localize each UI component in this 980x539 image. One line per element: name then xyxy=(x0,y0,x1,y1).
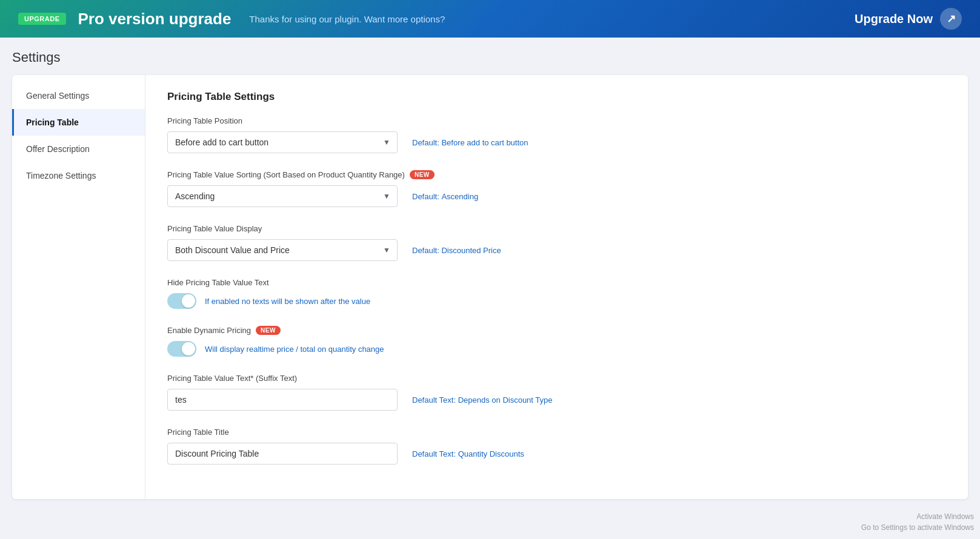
sidebar-label-pricing-table: Pricing Table xyxy=(26,117,79,127)
toggle-description-dynamic: Will display realtime price / total on q… xyxy=(205,345,384,354)
default-text-value-text: Default Text: Depends on Discount Type xyxy=(412,395,553,405)
upgrade-banner: UPGRADE Pro version upgrade Thanks for u… xyxy=(0,0,980,38)
setting-pricing-table-sorting: Pricing Table Value Sorting (Sort Based … xyxy=(167,170,946,207)
label-pricing-table-title: Pricing Table Title xyxy=(167,428,946,437)
toggle-dynamic-pricing[interactable] xyxy=(167,341,196,357)
sidebar-item-general-settings[interactable]: General Settings xyxy=(12,82,145,109)
default-text-position: Default: Before add to cart button xyxy=(412,138,528,147)
sidebar-item-pricing-table[interactable]: Pricing Table xyxy=(12,109,145,136)
label-pricing-table-display: Pricing Table Value Display xyxy=(167,224,946,233)
select-wrapper-position: Before add to cart button After add to c… xyxy=(167,131,398,153)
input-pricing-table-title[interactable] xyxy=(167,443,398,465)
page-container: Settings General Settings Pricing Table … xyxy=(0,38,980,511)
upgrade-arrow-icon: ↗ xyxy=(940,8,962,30)
windows-activation-notice: Activate Windows Go to Settings to activ… xyxy=(861,511,974,533)
setting-enable-dynamic-pricing: Enable Dynamic Pricing NEW Will display … xyxy=(167,326,946,357)
label-hide-pricing-text: Hide Pricing Table Value Text xyxy=(167,278,946,287)
select-pricing-table-position[interactable]: Before add to cart button After add to c… xyxy=(167,131,398,153)
sidebar-label-general-settings: General Settings xyxy=(26,91,89,101)
label-pricing-table-value-text: Pricing Table Value Text* (Suffix Text) xyxy=(167,374,946,383)
page-title: Settings xyxy=(12,50,968,65)
setting-hide-pricing-text: Hide Pricing Table Value Text If enabled… xyxy=(167,278,946,309)
default-text-title: Default Text: Quantity Discounts xyxy=(412,449,524,458)
default-text-display: Default: Discounted Price xyxy=(412,246,501,255)
toggle-description-hide: If enabled no texts will be shown after … xyxy=(205,297,370,306)
upgrade-now-button[interactable]: Upgrade Now ↗ xyxy=(855,8,962,30)
banner-title: Pro version upgrade xyxy=(78,10,232,28)
toggle-hide-pricing-text[interactable] xyxy=(167,293,196,309)
select-wrapper-display: Both Discount Value and Price Discounted… xyxy=(167,239,398,261)
sidebar-label-offer-description: Offer Description xyxy=(26,144,90,154)
main-content: Pricing Table Settings Pricing Table Pos… xyxy=(145,75,968,499)
setting-pricing-table-title: Pricing Table Title Default Text: Quanti… xyxy=(167,428,946,465)
select-pricing-table-display[interactable]: Both Discount Value and Price Discounted… xyxy=(167,239,398,261)
windows-line1: Activate Windows xyxy=(861,511,974,522)
sidebar-label-timezone-settings: Timezone Settings xyxy=(26,171,96,180)
upgrade-now-label: Upgrade Now xyxy=(855,12,933,26)
setting-pricing-table-value-text: Pricing Table Value Text* (Suffix Text) … xyxy=(167,374,946,411)
toggle-knob-hide xyxy=(182,294,195,308)
setting-pricing-table-display: Pricing Table Value Display Both Discoun… xyxy=(167,224,946,261)
upgrade-badge: UPGRADE xyxy=(18,13,66,25)
select-wrapper-sorting: Ascending Descending ▼ xyxy=(167,185,398,207)
windows-line2: Go to Settings to activate Windows xyxy=(861,522,974,533)
section-title: Pricing Table Settings xyxy=(167,91,946,103)
banner-subtitle: Thanks for using our plugin. Want more o… xyxy=(249,14,445,24)
sidebar-item-offer-description[interactable]: Offer Description xyxy=(12,136,145,162)
setting-pricing-table-position: Pricing Table Position Before add to car… xyxy=(167,116,946,153)
toggle-knob-dynamic xyxy=(182,342,195,355)
label-enable-dynamic-pricing: Enable Dynamic Pricing NEW xyxy=(167,326,946,335)
badge-new-sorting: NEW xyxy=(410,170,435,179)
sidebar-item-timezone-settings[interactable]: Timezone Settings xyxy=(12,162,145,189)
badge-new-dynamic: NEW xyxy=(256,326,281,335)
label-pricing-table-sorting: Pricing Table Value Sorting (Sort Based … xyxy=(167,170,946,179)
sidebar: General Settings Pricing Table Offer Des… xyxy=(12,75,145,499)
default-text-sorting: Default: Ascending xyxy=(412,192,478,201)
select-pricing-table-sorting[interactable]: Ascending Descending xyxy=(167,185,398,207)
input-pricing-table-value-text[interactable] xyxy=(167,389,398,411)
settings-card: General Settings Pricing Table Offer Des… xyxy=(12,75,968,499)
label-pricing-table-position: Pricing Table Position xyxy=(167,116,946,125)
